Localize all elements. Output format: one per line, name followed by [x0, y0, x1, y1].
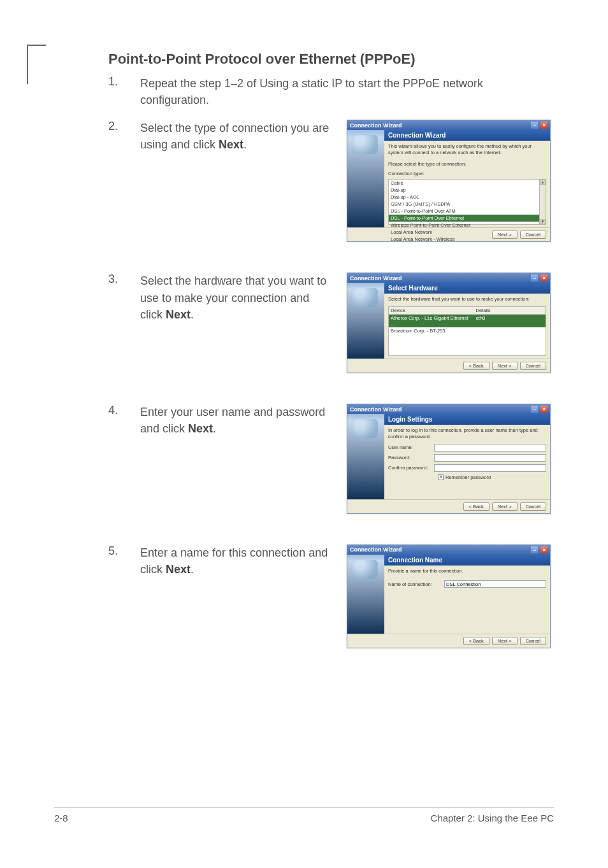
next-button[interactable]: Next > [492, 362, 518, 370]
scrollbar[interactable]: ▲▼ [539, 180, 546, 224]
step-text-bold: Next [188, 422, 213, 435]
step-text-bold: Next [166, 308, 191, 321]
page-footer: 2-8 Chapter 2: Using the Eee PC [54, 813, 554, 823]
remember-password-checkbox[interactable]: ✕ Remember password [434, 473, 550, 481]
close-icon[interactable]: × [540, 122, 547, 129]
step-number: 5. [108, 544, 125, 558]
wizard-sidebar-image [347, 414, 384, 499]
cell-device: Broadcom Corp. - BT-253 [389, 327, 474, 334]
wizard-prompt: Please select the type of connection: [384, 159, 550, 170]
back-button[interactable]: < Back [463, 362, 489, 370]
minimize-icon[interactable]: – [531, 274, 538, 281]
close-icon[interactable]: × [540, 546, 547, 553]
list-item-selected[interactable]: DSL - Point-to-Point Over Ethernet [389, 215, 546, 222]
step-number: 2. [108, 120, 125, 133]
list-item[interactable]: DSL - Point-to-Point Over ATM [389, 208, 546, 215]
step-text: Select the type of connection you are us… [140, 120, 331, 153]
window-titlebar: Connection Wizard – × [347, 545, 550, 555]
column-header-device: Device [389, 307, 474, 314]
connection-name-label: Name of connection: [388, 581, 444, 587]
step-number: 3. [108, 273, 125, 286]
wizard-banner: Login Settings [384, 414, 550, 425]
wizard-screenshot-connection-name: Connection Wizard – × Connection Name Pr… [347, 544, 551, 649]
connection-name-input[interactable] [444, 580, 546, 588]
minimize-icon[interactable]: – [531, 546, 538, 553]
connection-type-label: Connection type: [384, 169, 550, 178]
section-heading: Point-to-Point Protocol over Ethernet (P… [108, 51, 554, 68]
table-header: Device Details [389, 307, 546, 315]
connection-type-listbox[interactable]: Cable Dial-up Dial-up - AOL GSM / 3G (UM… [388, 179, 546, 225]
window-title: Connection Wizard [350, 406, 402, 413]
remember-password-label: Remember password [445, 474, 491, 480]
cell-device: Atheros Corp. - L1e Gigabit Ethernet ... [389, 315, 474, 327]
page-number: 2-8 [54, 813, 68, 823]
scroll-up-icon[interactable]: ▲ [540, 180, 546, 185]
wizard-description: This wizard allows you to easily configu… [384, 141, 550, 159]
wizard-sidebar-image [347, 130, 384, 227]
table-row-selected[interactable]: Atheros Corp. - L1e Gigabit Ethernet ...… [389, 315, 546, 327]
step-text: Select the hardware that you want to use… [140, 273, 331, 322]
step-number: 1. [108, 75, 125, 89]
window-title: Connection Wizard [350, 546, 402, 553]
list-item[interactable]: Dial-up [389, 187, 546, 194]
steps-list: 1. Repeat the step 1–2 of Using a static… [108, 75, 554, 648]
step-number: 4. [108, 404, 125, 417]
wizard-screenshot-connection-type: Connection Wizard – × Connection Wizard … [347, 120, 551, 242]
wizard-footer: < Back Next > Cancel [347, 499, 550, 513]
page-corner-mark [27, 45, 46, 57]
checkbox-icon[interactable]: ✕ [438, 474, 444, 480]
confirm-password-label: Confirm password: [388, 465, 434, 471]
window-titlebar: Connection Wizard – × [347, 404, 550, 414]
wizard-screenshot-select-hardware: Connection Wizard – × Select Hardware Se… [347, 273, 551, 373]
step-text: Enter your user name and password and cl… [140, 404, 331, 437]
wizard-sidebar-image [347, 555, 384, 634]
back-button[interactable]: < Back [463, 502, 489, 511]
step-text-bold: Next [166, 563, 191, 576]
step-text-part: . [191, 563, 194, 576]
step-text: Enter a name for this connection and cli… [140, 544, 331, 578]
cancel-button[interactable]: Cancel [520, 362, 546, 370]
hardware-table[interactable]: Device Details Atheros Corp. - L1e Gigab… [388, 306, 546, 356]
list-item[interactable]: Dial-up - AOL [389, 194, 546, 201]
cancel-button[interactable]: Cancel [520, 502, 546, 511]
minimize-icon[interactable]: – [531, 122, 538, 129]
wizard-banner: Select Hardware [384, 283, 550, 294]
step-text-bold: Next [219, 138, 243, 151]
step-text-part: Enter your user name and password and cl… [140, 406, 325, 435]
scroll-down-icon[interactable]: ▼ [540, 219, 546, 224]
confirm-password-input[interactable] [434, 464, 546, 472]
password-input[interactable] [434, 454, 546, 462]
list-item[interactable]: Local Area Network [389, 229, 546, 236]
list-item[interactable]: Local Area Network - Wireless [389, 236, 546, 243]
list-item[interactable]: Cable [389, 180, 546, 187]
minimize-icon[interactable]: – [531, 406, 538, 413]
step-text-part: . [191, 308, 194, 321]
column-header-details: Details [474, 307, 546, 314]
step-text-part: Repeat the step 1–2 of Using a static IP… [140, 77, 483, 106]
step-text: Repeat the step 1–2 of Using a static IP… [140, 75, 497, 108]
footer-divider [54, 807, 554, 808]
username-label: User name: [388, 445, 434, 450]
table-row[interactable]: Broadcom Corp. - BT-253 [389, 327, 546, 334]
wizard-screenshot-login-settings: Connection Wizard – × Login Settings In … [347, 404, 551, 514]
next-button[interactable]: Next > [492, 637, 518, 645]
next-button[interactable]: Next > [492, 502, 518, 511]
window-titlebar: Connection Wizard – × [347, 120, 550, 130]
cell-details: eth0 [474, 315, 546, 327]
cell-details [474, 327, 546, 334]
close-icon[interactable]: × [540, 406, 547, 413]
back-button[interactable]: < Back [463, 637, 489, 645]
wizard-sidebar-image [347, 283, 384, 359]
list-item[interactable]: Wireless Point-to-Point Over Ethernet [389, 222, 546, 229]
window-title: Connection Wizard [350, 275, 402, 281]
window-titlebar: Connection Wizard – × [347, 273, 550, 283]
list-item[interactable]: GSM / 3G (UMTS) / HSDPA [389, 201, 546, 208]
cancel-button[interactable]: Cancel [520, 637, 546, 645]
wizard-banner: Connection Wizard [384, 130, 550, 141]
username-input[interactable] [434, 444, 546, 452]
step-text-part: . [213, 422, 216, 435]
wizard-footer: < Back Next > Cancel [347, 634, 550, 648]
chapter-title: Chapter 2: Using the Eee PC [431, 813, 554, 823]
wizard-banner: Connection Name [384, 555, 550, 566]
close-icon[interactable]: × [540, 274, 547, 281]
